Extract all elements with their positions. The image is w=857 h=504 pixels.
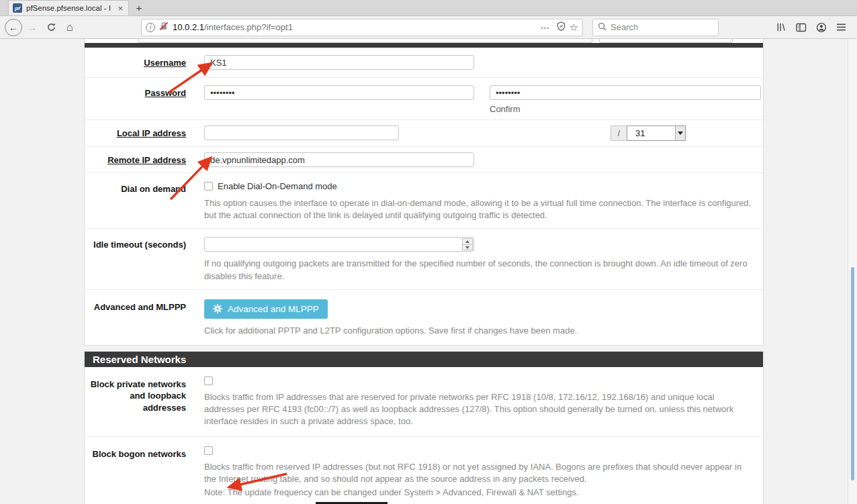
search-input[interactable] xyxy=(611,22,691,32)
row-advanced-mlppp: Advanced and MLPPP xyxy=(85,290,763,345)
block-bogon-checkbox[interactable] xyxy=(204,446,213,455)
spinner-down-icon[interactable] xyxy=(462,245,473,251)
back-icon[interactable]: ← xyxy=(5,19,22,36)
number-spinner[interactable] xyxy=(462,238,473,250)
advanced-mlppp-label: Advanced and MLPPP xyxy=(85,299,204,337)
subnet-select[interactable]: 31 xyxy=(627,125,686,141)
page-viewport: Username Password Confirm Local IP addre… xyxy=(0,39,857,504)
remote-ip-label: Remote IP address xyxy=(85,152,204,167)
browser-toolbar: ← → ⌂ i 10.0.2.1/interfaces.php?if=opt1 … xyxy=(0,16,857,39)
dial-on-demand-checkbox[interactable] xyxy=(204,182,213,191)
remote-ip-input[interactable] xyxy=(204,152,474,167)
local-ip-label: Local IP address xyxy=(85,125,204,141)
row-password: Password Confirm xyxy=(85,78,763,120)
block-bogon-label: Block bogon networks xyxy=(85,446,204,499)
account-icon[interactable] xyxy=(816,22,827,33)
spinner-up-icon[interactable] xyxy=(462,238,473,245)
gear-icon xyxy=(213,304,222,313)
scrollbar-thumb[interactable] xyxy=(851,267,854,481)
username-input[interactable] xyxy=(204,55,474,70)
row-block-private: Block private networks and loopback addr… xyxy=(85,367,763,437)
scrolled-row-fragment xyxy=(85,39,763,43)
reload-icon[interactable] xyxy=(42,18,60,37)
tracking-shield-icon[interactable] xyxy=(557,21,566,33)
idle-timeout-label: Idle timeout (seconds) xyxy=(85,237,204,282)
row-block-bogon: Block bogon networks Blocks traffic from… xyxy=(85,437,763,504)
row-remote-ip: Remote IP address xyxy=(85,147,763,173)
block-private-help: Blocks traffic from IP addresses that ar… xyxy=(204,391,755,428)
forward-icon[interactable]: → xyxy=(23,18,42,37)
block-bogon-help: Blocks traffic from reserved IP addresse… xyxy=(204,461,755,485)
new-tab-button[interactable]: + xyxy=(129,0,149,15)
insecure-lock-icon[interactable] xyxy=(159,21,169,33)
menu-hamburger-icon[interactable] xyxy=(836,23,846,32)
partial-input-fragment xyxy=(599,39,733,43)
reserved-networks-header: Reserved Networks xyxy=(85,352,763,367)
ppp-config-panel: Username Password Confirm Local IP addre… xyxy=(84,39,764,346)
confirm-caption: Confirm xyxy=(490,104,761,114)
browser-tab-bar: pf pfSense.pfsense.local - I × + xyxy=(0,0,857,16)
browser-tab[interactable]: pf pfSense.pfsense.local - I × xyxy=(8,0,129,15)
password-label: Password xyxy=(85,85,204,114)
url-path: /interfaces.php?if=opt1 xyxy=(204,22,293,32)
idle-timeout-input[interactable] xyxy=(204,237,474,252)
row-idle-timeout: Idle timeout (seconds) If no qualifying … xyxy=(85,229,763,289)
row-username: Username xyxy=(85,48,763,78)
page-scrollbar[interactable] xyxy=(848,39,857,504)
tab-title: pfSense.pfsense.local - I xyxy=(26,4,112,12)
row-local-ip: Local IP address / 31 xyxy=(85,120,763,147)
subnet-slash-addon: / xyxy=(611,125,627,141)
row-dial-on-demand: Dial on demand Enable Dial-On-Demand mod… xyxy=(85,173,763,229)
dial-on-demand-help: This option causes the interface to oper… xyxy=(204,197,755,221)
search-bar[interactable] xyxy=(592,19,719,36)
url-bar[interactable]: i 10.0.2.1/interfaces.php?if=opt1 ⋯ ☆ xyxy=(141,19,583,36)
local-ip-input[interactable] xyxy=(204,125,399,140)
library-icon[interactable] xyxy=(776,22,786,32)
advanced-mlppp-button[interactable]: Advanced and MLPPP xyxy=(204,299,328,319)
section-header-fragment xyxy=(85,43,763,48)
block-private-checkbox[interactable] xyxy=(204,376,213,385)
dial-on-demand-checkbox-label[interactable]: Enable Dial-On-Demand mode xyxy=(218,181,337,191)
password-confirm-input[interactable] xyxy=(490,85,761,100)
url-text: 10.0.2.1/interfaces.php?if=opt1 xyxy=(173,22,535,32)
reserved-networks-panel: Reserved Networks Block private networks… xyxy=(84,351,764,504)
bookmark-star-icon[interactable]: ☆ xyxy=(570,21,578,34)
advanced-mlppp-help: Click for additional PPTP and L2TP confi… xyxy=(204,325,755,337)
page-info-icon[interactable]: i xyxy=(146,23,155,32)
url-host: 10.0.2.1 xyxy=(173,22,204,32)
sidebars-icon[interactable] xyxy=(796,23,807,32)
advanced-mlppp-button-label: Advanced and MLPPP xyxy=(228,304,319,314)
partial-input-fragment xyxy=(138,39,592,43)
password-input[interactable] xyxy=(204,85,474,100)
username-label: Username xyxy=(85,55,204,70)
chevron-down-icon[interactable] xyxy=(675,126,685,140)
dial-on-demand-label: Dial on demand xyxy=(85,181,204,221)
pfsense-favicon: pf xyxy=(13,3,22,13)
block-private-label: Block private networks and loopback addr… xyxy=(85,376,204,428)
idle-timeout-help: If no qualifying outgoing packets are tr… xyxy=(204,258,755,282)
subnet-select-value: 31 xyxy=(627,128,675,138)
home-icon[interactable]: ⌂ xyxy=(60,18,79,37)
tab-close-icon[interactable]: × xyxy=(116,3,124,13)
search-icon xyxy=(598,21,606,34)
block-bogon-note: Note: The update frequency can be change… xyxy=(204,487,755,499)
page-actions-icon[interactable]: ⋯ xyxy=(539,22,553,33)
